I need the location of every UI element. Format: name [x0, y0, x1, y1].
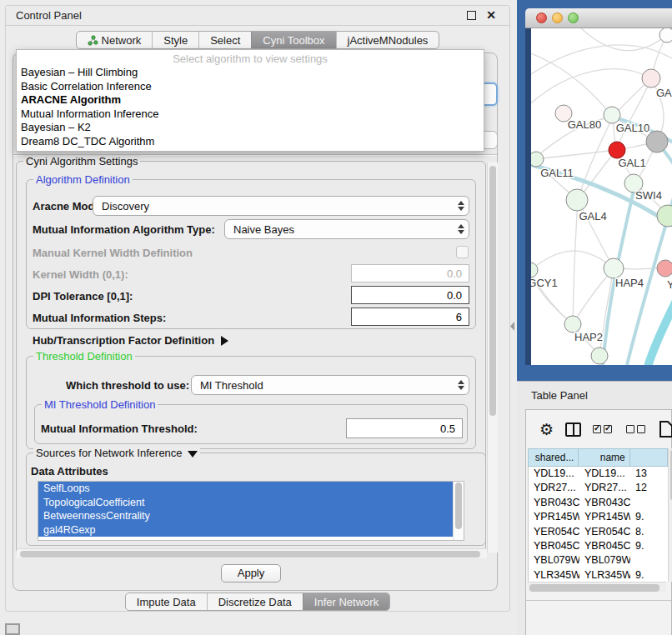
table-cell[interactable]: YLR345W — [579, 568, 630, 582]
node-y-clipped[interactable] — [657, 260, 672, 277]
tab-discretize-data[interactable]: Discretize Data — [207, 593, 303, 610]
network-edge[interactable] — [531, 69, 651, 108]
node-unlabeled-top[interactable] — [659, 28, 672, 42]
which-threshold-combo[interactable]: MI Threshold — [191, 375, 469, 395]
tab-infer-network[interactable]: Infer Network — [303, 593, 389, 610]
tab-select[interactable]: Select — [198, 32, 251, 48]
table-cell[interactable]: 12 — [630, 481, 668, 495]
algorithm-option[interactable]: ARACNE Algorithm — [17, 93, 484, 108]
network-edge[interactable] — [573, 200, 578, 324]
node-bottom-green[interactable] — [591, 348, 608, 364]
table-cell[interactable]: YBL079W — [529, 553, 579, 568]
algorithm-option[interactable]: Basic Correlation Inference — [17, 80, 484, 94]
algorithm-option[interactable]: Bayesian – K2 — [17, 121, 484, 135]
select-all-checkboxes-icon[interactable] — [593, 425, 614, 433]
document-icon[interactable] — [659, 421, 672, 438]
table-cell[interactable]: YER054C — [579, 525, 630, 539]
splitter-collapse-handle[interactable] — [510, 322, 514, 331]
deselect-all-checkboxes-icon[interactable] — [626, 425, 648, 433]
node-gal1[interactable] — [609, 142, 625, 158]
manual-kernel-checkbox[interactable] — [456, 246, 469, 258]
table-cell[interactable]: 8. — [630, 525, 668, 539]
table-row[interactable]: YBL079WYBL079W — [529, 553, 668, 568]
table-cell[interactable] — [630, 496, 668, 510]
network-edge[interactable] — [531, 53, 613, 117]
mi-steps-field[interactable] — [351, 308, 469, 326]
zoom-traffic-light[interactable] — [568, 12, 579, 23]
table-cell[interactable]: YDR27... — [529, 481, 579, 495]
attributes-list-scrollbar[interactable] — [453, 482, 464, 540]
network-edge[interactable] — [531, 251, 614, 271]
node-hap4[interactable] — [604, 258, 624, 278]
node-gal11[interactable] — [531, 152, 544, 167]
table-row[interactable]: YBR043CYBR043C — [529, 496, 668, 510]
aracne-mode-combo[interactable]: Discovery — [93, 196, 469, 216]
table-cell[interactable]: 13 — [630, 467, 668, 481]
dpi-tolerance-field[interactable] — [351, 286, 469, 304]
table-row[interactable]: YLR345WYLR345W9. — [529, 568, 668, 582]
table-cell[interactable]: YBR045C — [529, 539, 579, 553]
algorithm-option[interactable]: Bayesian – Hill Climbing — [17, 66, 484, 80]
tab-style[interactable]: Style — [152, 32, 198, 48]
mi-type-combo[interactable]: Naive Bayes — [224, 219, 469, 239]
node-gray[interactable] — [646, 131, 668, 152]
table-cell[interactable]: YDL19... — [579, 467, 630, 481]
table-cell[interactable]: YDR27... — [579, 481, 630, 495]
attribute-list-item[interactable]: SelfLoops — [38, 482, 453, 496]
table-cell[interactable]: YBR043C — [529, 496, 579, 510]
network-window-titlebar[interactable] — [525, 8, 672, 28]
column-header[interactable]: name — [579, 448, 629, 467]
hub-section-toggle[interactable]: Hub/Transcription Factor Definition — [33, 334, 228, 347]
table-cell[interactable]: YBL079W — [579, 553, 630, 568]
table-cell[interactable]: 9. — [630, 568, 668, 582]
control-panel-titlebar[interactable]: Control Panel ✕ — [6, 6, 509, 26]
table-vertical-scrollbar[interactable] — [668, 448, 672, 582]
mi-threshold-field[interactable] — [346, 418, 463, 438]
table-row[interactable]: YDL19...YDL19...13 — [529, 467, 668, 481]
node-gal-clipped[interactable] — [642, 69, 660, 88]
table-horizontal-scrollbar[interactable] — [528, 582, 666, 592]
table-cell[interactable]: YDL19... — [529, 467, 579, 481]
attribute-list-item[interactable]: gal4RGexp — [38, 523, 453, 538]
minimize-traffic-light[interactable] — [552, 12, 563, 23]
table-cell[interactable]: YER054C — [529, 525, 579, 539]
node-gal4[interactable] — [566, 189, 588, 211]
node-gal10[interactable] — [604, 107, 620, 123]
table-cell[interactable]: YPR145W — [579, 510, 630, 524]
column-header[interactable] — [630, 448, 668, 467]
kernel-width-field[interactable] — [351, 264, 469, 282]
apply-button[interactable]: Apply — [221, 564, 281, 582]
tab-jactivemnodules[interactable]: jActiveMNodules — [336, 32, 439, 48]
tab-impute-data[interactable]: Impute Data — [126, 593, 207, 610]
node-right-green[interactable] — [657, 205, 672, 227]
tab-network[interactable]: Network — [77, 32, 153, 48]
algorithm-option[interactable]: Dream8 DC_TDC Algorithm — [17, 135, 484, 149]
network-edge[interactable] — [534, 150, 616, 159]
table-row[interactable]: YBR045CYBR045C9. — [529, 539, 668, 553]
table-row[interactable]: YDR27...YDR27...12 — [529, 481, 668, 495]
table-cell[interactable]: 9. — [630, 539, 668, 553]
table-cell[interactable]: 9. — [630, 510, 668, 524]
columns-icon[interactable] — [565, 422, 581, 437]
node-hap2[interactable] — [564, 316, 581, 332]
sources-group-toggle[interactable]: Sources for Network Inference — [33, 447, 200, 459]
network-canvas[interactable]: GALGAL80GAL10GAL1GAL11SWI4GAL4GCY1HAP4YH… — [525, 28, 672, 365]
table-row[interactable]: YPR145WYPR145W9. — [529, 510, 668, 524]
table-cell[interactable]: YBR043C — [579, 496, 630, 510]
table-cell[interactable] — [630, 553, 668, 568]
table-cell[interactable]: YPR145W — [529, 510, 579, 524]
settings-vertical-scrollbar[interactable] — [487, 162, 498, 552]
network-edge[interactable] — [616, 78, 651, 150]
attribute-list-item[interactable]: TopologicalCoefficient — [38, 496, 453, 510]
dock-grip-icon[interactable] — [5, 623, 20, 635]
tab-cyni-toolbox[interactable]: Cyni Toolbox — [251, 32, 335, 48]
column-header[interactable]: shared... — [528, 448, 579, 467]
attribute-list-item[interactable]: BetweennessCentrality — [38, 509, 453, 523]
algorithm-option[interactable]: Mutual Information Inference — [17, 108, 484, 122]
table-cell[interactable]: YBR045C — [579, 539, 630, 553]
float-panel-icon[interactable] — [467, 11, 476, 20]
table-row[interactable]: YER054CYER054C8. — [529, 525, 668, 539]
close-traffic-light[interactable] — [536, 12, 547, 23]
table-cell[interactable]: YLR345W — [529, 568, 579, 582]
gear-icon[interactable]: ⚙ — [539, 422, 554, 438]
